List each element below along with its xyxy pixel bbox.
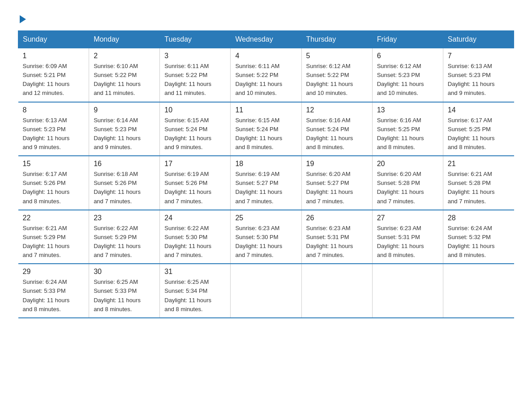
day-info: Sunrise: 6:21 AMSunset: 5:29 PMDaylight:…	[23, 224, 85, 260]
day-info: Sunrise: 6:21 AMSunset: 5:28 PMDaylight:…	[448, 170, 510, 206]
day-number: 6	[377, 52, 438, 60]
day-info: Sunrise: 6:22 AMSunset: 5:30 PMDaylight:…	[164, 224, 226, 260]
calendar-cell: 18 Sunrise: 6:19 AMSunset: 5:27 PMDaylig…	[231, 156, 301, 210]
day-info: Sunrise: 6:15 AMSunset: 5:24 PMDaylight:…	[164, 116, 226, 152]
calendar-cell: 22 Sunrise: 6:21 AMSunset: 5:29 PMDaylig…	[18, 210, 89, 264]
day-number: 23	[94, 214, 155, 222]
day-number: 17	[164, 160, 226, 168]
day-number: 15	[23, 160, 85, 168]
calendar-cell: 28 Sunrise: 6:24 AMSunset: 5:32 PMDaylig…	[443, 210, 514, 264]
day-info: Sunrise: 6:14 AMSunset: 5:23 PMDaylight:…	[94, 116, 155, 152]
calendar-cell: 21 Sunrise: 6:21 AMSunset: 5:28 PMDaylig…	[443, 156, 514, 210]
day-info: Sunrise: 6:23 AMSunset: 5:31 PMDaylight:…	[306, 224, 368, 260]
week-row-5: 29 Sunrise: 6:24 AMSunset: 5:33 PMDaylig…	[18, 264, 514, 318]
day-info: Sunrise: 6:13 AMSunset: 5:23 PMDaylight:…	[448, 62, 510, 98]
calendar-cell: 23 Sunrise: 6:22 AMSunset: 5:29 PMDaylig…	[89, 210, 160, 264]
calendar-cell: 2 Sunrise: 6:10 AMSunset: 5:22 PMDayligh…	[89, 48, 160, 102]
calendar-cell: 30 Sunrise: 6:25 AMSunset: 5:33 PMDaylig…	[89, 264, 160, 318]
calendar-cell: 6 Sunrise: 6:12 AMSunset: 5:23 PMDayligh…	[372, 48, 443, 102]
day-number: 13	[377, 106, 438, 114]
day-info: Sunrise: 6:13 AMSunset: 5:23 PMDaylight:…	[23, 116, 85, 152]
calendar-cell: 24 Sunrise: 6:22 AMSunset: 5:30 PMDaylig…	[160, 210, 231, 264]
day-number: 24	[164, 214, 226, 222]
day-info: Sunrise: 6:24 AMSunset: 5:32 PMDaylight:…	[448, 224, 510, 260]
day-number: 3	[164, 52, 226, 60]
day-number: 18	[235, 160, 296, 168]
calendar-cell	[301, 264, 372, 318]
calendar-cell	[372, 264, 443, 318]
calendar-cell: 29 Sunrise: 6:24 AMSunset: 5:33 PMDaylig…	[18, 264, 89, 318]
calendar-cell: 9 Sunrise: 6:14 AMSunset: 5:23 PMDayligh…	[89, 102, 160, 156]
day-number: 8	[23, 106, 85, 114]
day-info: Sunrise: 6:22 AMSunset: 5:29 PMDaylight:…	[94, 224, 155, 260]
calendar-cell: 25 Sunrise: 6:23 AMSunset: 5:30 PMDaylig…	[231, 210, 301, 264]
day-number: 19	[306, 160, 368, 168]
calendar-cell: 5 Sunrise: 6:12 AMSunset: 5:22 PMDayligh…	[301, 48, 372, 102]
day-number: 27	[377, 214, 438, 222]
day-number: 11	[235, 106, 296, 114]
header-thursday: Thursday	[301, 31, 372, 48]
day-info: Sunrise: 6:17 AMSunset: 5:25 PMDaylight:…	[448, 116, 510, 152]
logo	[18, 13, 26, 21]
day-info: Sunrise: 6:20 AMSunset: 5:28 PMDaylight:…	[377, 170, 438, 206]
calendar-cell: 26 Sunrise: 6:23 AMSunset: 5:31 PMDaylig…	[301, 210, 372, 264]
calendar-table: SundayMondayTuesdayWednesdayThursdayFrid…	[18, 30, 514, 318]
calendar-header-row: SundayMondayTuesdayWednesdayThursdayFrid…	[18, 31, 514, 48]
day-info: Sunrise: 6:16 AMSunset: 5:24 PMDaylight:…	[306, 116, 368, 152]
day-number: 10	[164, 106, 226, 114]
calendar-cell: 12 Sunrise: 6:16 AMSunset: 5:24 PMDaylig…	[301, 102, 372, 156]
day-number: 12	[306, 106, 368, 114]
calendar-cell: 3 Sunrise: 6:11 AMSunset: 5:22 PMDayligh…	[160, 48, 231, 102]
header-monday: Monday	[89, 31, 160, 48]
day-number: 30	[94, 268, 155, 276]
calendar-cell: 7 Sunrise: 6:13 AMSunset: 5:23 PMDayligh…	[443, 48, 514, 102]
day-info: Sunrise: 6:24 AMSunset: 5:33 PMDaylight:…	[23, 278, 85, 314]
day-info: Sunrise: 6:15 AMSunset: 5:24 PMDaylight:…	[235, 116, 296, 152]
day-info: Sunrise: 6:10 AMSunset: 5:22 PMDaylight:…	[94, 62, 155, 98]
day-info: Sunrise: 6:20 AMSunset: 5:27 PMDaylight:…	[306, 170, 368, 206]
day-number: 1	[23, 52, 85, 60]
header-saturday: Saturday	[443, 31, 514, 48]
day-info: Sunrise: 6:16 AMSunset: 5:25 PMDaylight:…	[377, 116, 438, 152]
day-number: 20	[377, 160, 438, 168]
calendar-cell: 8 Sunrise: 6:13 AMSunset: 5:23 PMDayligh…	[18, 102, 89, 156]
day-number: 26	[306, 214, 368, 222]
day-number: 21	[448, 160, 510, 168]
header-friday: Friday	[372, 31, 443, 48]
day-number: 16	[94, 160, 155, 168]
page-header	[18, 13, 514, 21]
day-info: Sunrise: 6:23 AMSunset: 5:30 PMDaylight:…	[235, 224, 296, 260]
day-number: 22	[23, 214, 85, 222]
week-row-3: 15 Sunrise: 6:17 AMSunset: 5:26 PMDaylig…	[18, 156, 514, 210]
calendar-cell: 17 Sunrise: 6:19 AMSunset: 5:26 PMDaylig…	[160, 156, 231, 210]
calendar-cell: 27 Sunrise: 6:23 AMSunset: 5:31 PMDaylig…	[372, 210, 443, 264]
day-info: Sunrise: 6:09 AMSunset: 5:21 PMDaylight:…	[23, 62, 85, 98]
day-number: 7	[448, 52, 510, 60]
day-number: 5	[306, 52, 368, 60]
calendar-cell	[443, 264, 514, 318]
calendar-cell: 31 Sunrise: 6:25 AMSunset: 5:34 PMDaylig…	[160, 264, 231, 318]
header-tuesday: Tuesday	[160, 31, 231, 48]
day-number: 14	[448, 106, 510, 114]
day-info: Sunrise: 6:11 AMSunset: 5:22 PMDaylight:…	[235, 62, 296, 98]
calendar-cell: 11 Sunrise: 6:15 AMSunset: 5:24 PMDaylig…	[231, 102, 301, 156]
calendar-cell: 19 Sunrise: 6:20 AMSunset: 5:27 PMDaylig…	[301, 156, 372, 210]
calendar-cell: 4 Sunrise: 6:11 AMSunset: 5:22 PMDayligh…	[231, 48, 301, 102]
calendar-cell: 16 Sunrise: 6:18 AMSunset: 5:26 PMDaylig…	[89, 156, 160, 210]
week-row-1: 1 Sunrise: 6:09 AMSunset: 5:21 PMDayligh…	[18, 48, 514, 102]
day-info: Sunrise: 6:12 AMSunset: 5:23 PMDaylight:…	[377, 62, 438, 98]
day-info: Sunrise: 6:25 AMSunset: 5:33 PMDaylight:…	[94, 278, 155, 314]
day-number: 2	[94, 52, 155, 60]
day-info: Sunrise: 6:11 AMSunset: 5:22 PMDaylight:…	[164, 62, 226, 98]
week-row-2: 8 Sunrise: 6:13 AMSunset: 5:23 PMDayligh…	[18, 102, 514, 156]
day-info: Sunrise: 6:25 AMSunset: 5:34 PMDaylight:…	[164, 278, 226, 314]
day-info: Sunrise: 6:17 AMSunset: 5:26 PMDaylight:…	[23, 170, 85, 206]
day-number: 31	[164, 268, 226, 276]
day-number: 9	[94, 106, 155, 114]
day-number: 29	[23, 268, 85, 276]
day-number: 25	[235, 214, 296, 222]
calendar-cell: 14 Sunrise: 6:17 AMSunset: 5:25 PMDaylig…	[443, 102, 514, 156]
day-info: Sunrise: 6:19 AMSunset: 5:27 PMDaylight:…	[235, 170, 296, 206]
calendar-cell	[231, 264, 301, 318]
day-info: Sunrise: 6:19 AMSunset: 5:26 PMDaylight:…	[164, 170, 226, 206]
